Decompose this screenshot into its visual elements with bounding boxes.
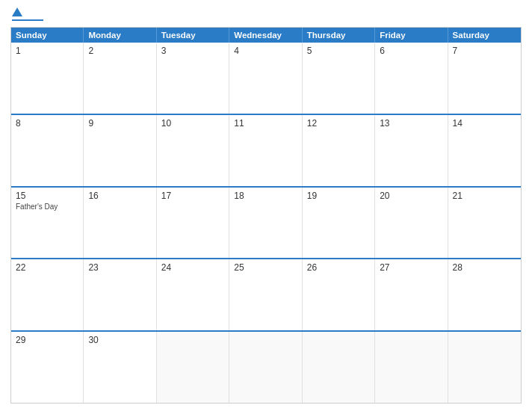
day-number: 18 — [234, 191, 297, 201]
calendar-cell: 18 — [229, 188, 302, 259]
calendar-cell: 19 — [303, 188, 375, 259]
day-number: 27 — [380, 262, 442, 273]
day-of-week-friday: Friday — [375, 28, 448, 43]
day-number: 25 — [234, 262, 297, 273]
day-number: 13 — [380, 118, 442, 129]
day-number: 7 — [453, 46, 516, 56]
calendar-cell: 12 — [303, 115, 375, 186]
calendar-cell: 26 — [303, 259, 375, 330]
calendar-cell: 23 — [84, 259, 156, 330]
calendar-cell: 5 — [303, 43, 375, 114]
calendar-cell: 4 — [229, 43, 302, 114]
calendar-cell: 22 — [11, 259, 84, 330]
calendar-cell: 17 — [157, 188, 229, 259]
week-row-2: 891011121314 — [11, 114, 521, 186]
calendar-cell: 30 — [84, 332, 156, 403]
day-number: 19 — [307, 191, 370, 201]
calendar-cell: 3 — [157, 43, 229, 114]
day-number: 5 — [307, 46, 370, 56]
calendar-cell: 9 — [84, 115, 156, 186]
calendar-grid: SundayMondayTuesdayWednesdayThursdayFrid… — [10, 27, 522, 404]
day-of-week-tuesday: Tuesday — [157, 28, 229, 43]
day-of-week-thursday: Thursday — [303, 28, 375, 43]
day-number: 8 — [16, 118, 78, 129]
day-number: 30 — [88, 335, 151, 345]
day-of-week-sunday: Sunday — [11, 28, 84, 43]
day-of-week-monday: Monday — [84, 28, 156, 43]
day-number: 28 — [453, 262, 516, 273]
calendar-cell: 13 — [375, 115, 448, 186]
calendar-cell: 10 — [157, 115, 229, 186]
day-number: 21 — [453, 191, 516, 201]
calendar-cell — [448, 332, 521, 403]
day-number: 15 — [16, 191, 78, 201]
day-number: 22 — [16, 262, 78, 273]
day-number: 24 — [161, 262, 224, 273]
week-row-3: 15Father's Day161718192021 — [11, 186, 521, 259]
week-row-5: 2930 — [11, 330, 521, 403]
day-number: 14 — [453, 118, 516, 129]
logo-triangle-icon — [12, 7, 22, 16]
week-row-1: 1234567 — [11, 43, 521, 114]
day-number: 16 — [88, 191, 151, 201]
day-of-week-saturday: Saturday — [448, 28, 521, 43]
calendar-cell: 7 — [448, 43, 521, 114]
calendar-header-row: SundayMondayTuesdayWednesdayThursdayFrid… — [11, 28, 521, 43]
day-number: 6 — [380, 46, 442, 56]
calendar-cell: 14 — [448, 115, 521, 186]
day-number: 20 — [380, 191, 442, 201]
calendar-cell: 28 — [448, 259, 521, 330]
calendar-cell: 15Father's Day — [11, 188, 84, 259]
logo — [10, 7, 43, 21]
calendar-cell: 21 — [448, 188, 521, 259]
day-number: 1 — [16, 46, 78, 56]
calendar-cell — [375, 332, 448, 403]
calendar-cell: 29 — [11, 332, 84, 403]
calendar-cell: 20 — [375, 188, 448, 259]
calendar-cell — [303, 332, 375, 403]
week-row-4: 22232425262728 — [11, 258, 521, 330]
calendar-cell: 16 — [84, 188, 156, 259]
day-number: 26 — [307, 262, 370, 273]
event-label: Father's Day — [16, 203, 78, 211]
day-of-week-wednesday: Wednesday — [229, 28, 302, 43]
calendar-cell: 1 — [11, 43, 84, 114]
day-number: 2 — [88, 46, 151, 56]
header — [10, 7, 522, 21]
calendar-cell: 6 — [375, 43, 448, 114]
calendar-cell: 2 — [84, 43, 156, 114]
day-number: 3 — [161, 46, 224, 56]
day-number: 4 — [234, 46, 297, 56]
day-number: 29 — [16, 335, 78, 345]
calendar-page: SundayMondayTuesdayWednesdayThursdayFrid… — [0, 0, 532, 411]
logo-underline — [12, 19, 43, 21]
day-number: 23 — [88, 262, 151, 273]
calendar-cell: 25 — [229, 259, 302, 330]
day-number: 17 — [161, 191, 224, 201]
day-number: 12 — [307, 118, 370, 129]
calendar-cell — [157, 332, 229, 403]
calendar-cell: 11 — [229, 115, 302, 186]
calendar-cell: 27 — [375, 259, 448, 330]
day-number: 9 — [88, 118, 151, 129]
calendar-body: 123456789101112131415Father's Day1617181… — [11, 43, 521, 403]
calendar-cell: 8 — [11, 115, 84, 186]
day-number: 10 — [161, 118, 224, 129]
calendar-cell — [229, 332, 302, 403]
calendar-cell: 24 — [157, 259, 229, 330]
day-number: 11 — [234, 118, 297, 129]
